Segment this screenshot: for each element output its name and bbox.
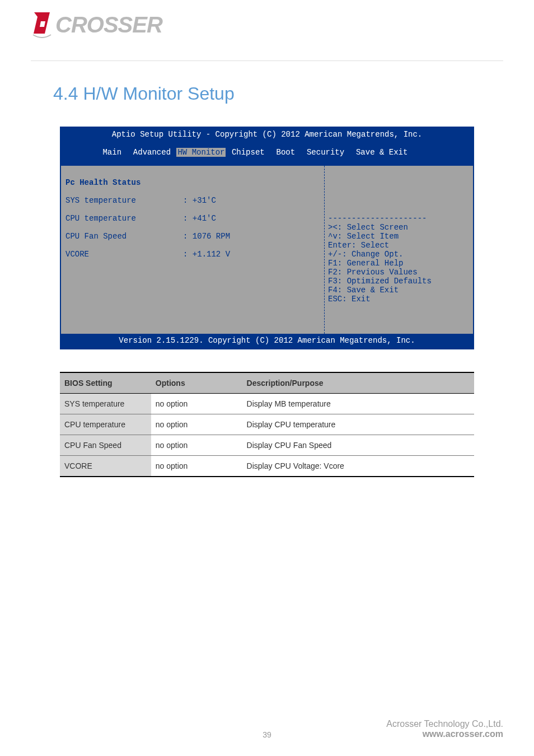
- section-heading: 4.4 H/W Monitor Setup: [53, 83, 503, 104]
- help-line: F3: Optimized Defaults: [328, 277, 432, 286]
- help-line: F1: General Help: [328, 259, 403, 268]
- cell: Display CPU Fan Speed: [242, 435, 474, 456]
- cell: CPU temperature: [60, 414, 151, 435]
- spec-table-wrap: BIOS Setting Options Description/Purpose…: [60, 372, 474, 477]
- row-cpu-temp: CPU temperature : +41'C: [65, 214, 320, 223]
- bios-left-pane: Pc Health Status SYS temperature : +31'C…: [61, 166, 325, 334]
- value: : +1.112 V: [183, 250, 230, 259]
- cell: CPU Fan Speed: [60, 435, 151, 456]
- logo: CROSSER: [31, 11, 503, 38]
- divider: [31, 60, 503, 61]
- cell: Display CPU Voltage: Vcore: [242, 456, 474, 477]
- help-line: F4: Save & Exit: [328, 286, 399, 295]
- tab-hw-monitor[interactable]: HW Monitor: [176, 148, 226, 157]
- help-line: ESC: Exit: [328, 295, 371, 304]
- table-row: VCORE no option Display CPU Voltage: Vco…: [60, 456, 474, 477]
- row-sys-temp: SYS temperature : +31'C: [65, 196, 320, 205]
- cell: no option: [151, 414, 242, 435]
- row-cpu-fan: CPU Fan Speed : 1076 RPM: [65, 232, 320, 241]
- cell: Display CPU temperature: [242, 414, 474, 435]
- value: : +31'C: [183, 196, 216, 205]
- bios-screenshot: Aptio Setup Utility - Copyright (C) 2012…: [60, 127, 474, 349]
- cell: VCORE: [60, 456, 151, 477]
- tab-advanced[interactable]: Advanced: [132, 148, 172, 157]
- footer: Acrosser Technology Co.,Ltd. www.acrosse…: [386, 719, 503, 739]
- document-page: CROSSER 4.4 H/W Monitor Setup Aptio Setu…: [0, 0, 534, 756]
- label: CPU temperature: [65, 214, 136, 223]
- cell: no option: [151, 456, 242, 477]
- bios-menu-bar: Main Advanced HW Monitor Chipset Boot Se…: [61, 139, 473, 166]
- tab-chipset[interactable]: Chipset: [231, 148, 266, 157]
- bios-right-pane: --------------------- ><: Select Screen …: [325, 166, 473, 334]
- value: : +41'C: [183, 214, 216, 223]
- value: : 1076 RPM: [183, 232, 230, 241]
- cell: Display MB temperature: [242, 394, 474, 414]
- label: SYS temperature: [65, 196, 136, 205]
- help-line: Enter: Select: [328, 241, 389, 250]
- tab-main[interactable]: Main: [101, 148, 123, 157]
- acrosser-a-icon: [31, 11, 53, 38]
- page-number: 39: [263, 730, 271, 739]
- company-url: www.acrosser.com: [386, 729, 503, 739]
- label: CPU Fan Speed: [65, 232, 127, 241]
- help-line: ^v: Select Item: [328, 232, 399, 241]
- row-vcore: VCORE : +1.112 V: [65, 250, 320, 259]
- table-row: CPU temperature no option Display CPU te…: [60, 414, 474, 435]
- col-bios-setting: BIOS Setting: [60, 372, 151, 394]
- help-line: F2: Previous Values: [328, 268, 418, 277]
- label: VCORE: [65, 250, 89, 259]
- help-line: ><: Select Screen: [328, 223, 408, 232]
- col-description: Description/Purpose: [242, 372, 474, 394]
- spec-table: BIOS Setting Options Description/Purpose…: [60, 372, 474, 477]
- table-header-row: BIOS Setting Options Description/Purpose: [60, 372, 474, 394]
- cell: no option: [151, 435, 242, 456]
- tab-save-exit[interactable]: Save & Exit: [355, 148, 409, 157]
- table-row: SYS temperature no option Display MB tem…: [60, 394, 474, 414]
- cell: SYS temperature: [60, 394, 151, 414]
- col-options: Options: [151, 372, 242, 394]
- tab-security[interactable]: Security: [306, 148, 345, 157]
- company-name: Acrosser Technology Co.,Ltd.: [386, 719, 503, 729]
- help-line: +/-: Change Opt.: [328, 250, 403, 259]
- table-row: CPU Fan Speed no option Display CPU Fan …: [60, 435, 474, 456]
- bios-body: Pc Health Status SYS temperature : +31'C…: [61, 166, 473, 334]
- cell: no option: [151, 394, 242, 414]
- bios-title: Aptio Setup Utility - Copyright (C) 2012…: [61, 128, 473, 139]
- pc-health-title: Pc Health Status: [65, 178, 140, 187]
- logo-word: CROSSER: [55, 12, 162, 38]
- tab-boot[interactable]: Boot: [275, 148, 297, 157]
- bios-footer: Version 2.15.1229. Copyright (C) 2012 Am…: [61, 334, 473, 348]
